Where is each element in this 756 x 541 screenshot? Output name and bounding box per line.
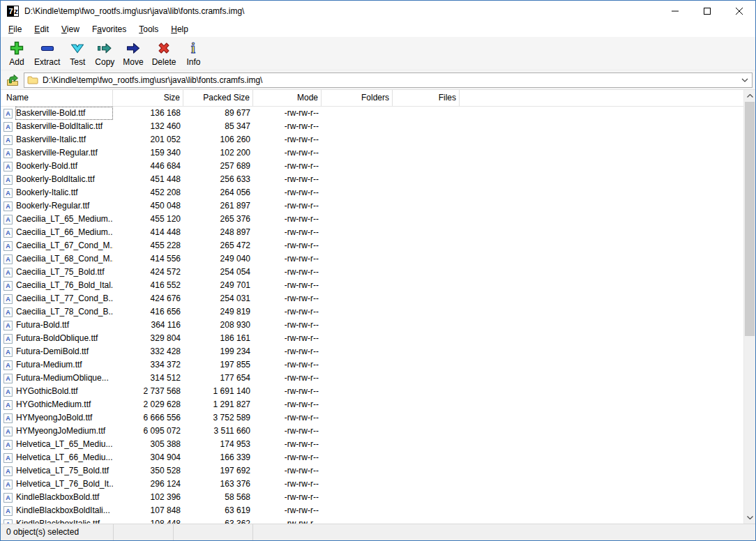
- file-packed-size: 197 855: [183, 358, 253, 372]
- table-row[interactable]: Caecilia_LT_78_Cond_B... 416 656 249 819…: [1, 305, 743, 319]
- table-row[interactable]: KindleBlackboxBoldItali... 107 848 63 61…: [1, 504, 743, 517]
- table-row[interactable]: Bookerly-BoldItalic.ttf 451 448 256 633 …: [1, 173, 743, 186]
- table-row[interactable]: Futura-Medium.ttf 334 372 197 855 -rw-rw…: [1, 358, 743, 372]
- table-row[interactable]: Futura-Bold.ttf 364 116 208 930 -rw-rw-r…: [1, 319, 743, 332]
- table-row[interactable]: Caecilia_LT_77_Cond_B... 424 676 254 031…: [1, 292, 743, 305]
- copy-label: Copy: [95, 57, 114, 67]
- file-size: 424 676: [113, 292, 183, 305]
- font-file-icon: [3, 122, 13, 132]
- address-dropdown-button[interactable]: [739, 78, 750, 82]
- menu-item[interactable]: Tools: [133, 22, 165, 37]
- file-name-cell: HYGothicBold.ttf: [1, 385, 113, 398]
- copy-button[interactable]: Copy: [91, 38, 119, 68]
- table-row[interactable]: Baskerville-BoldItalic.ttf 132 460 85 34…: [1, 120, 743, 133]
- file-name: Helvetica_LT_75_Bold.ttf: [15, 464, 113, 478]
- maximize-icon: [704, 8, 711, 15]
- extract-button[interactable]: Extract: [30, 38, 64, 68]
- file-mode: -rw-rw-r--: [253, 332, 322, 345]
- delete-button[interactable]: Delete: [148, 38, 181, 68]
- address-combobox[interactable]: D:\Kindle\temp\fwo_rootfs.img\usr\java\l…: [24, 73, 753, 88]
- table-row[interactable]: Caecilia_LT_68_Cond_M... 414 556 249 040…: [1, 252, 743, 266]
- table-row[interactable]: Helvetica_LT_75_Bold.ttf 350 528 197 692…: [1, 464, 743, 478]
- table-row[interactable]: Caecilia_LT_65_Medium... 455 120 265 376…: [1, 213, 743, 226]
- menu-item[interactable]: View: [55, 22, 86, 37]
- column-header-files[interactable]: Files: [393, 90, 460, 106]
- table-row[interactable]: Baskerville-Italic.ttf 201 052 106 260 -…: [1, 133, 743, 146]
- menu-item[interactable]: File: [2, 22, 28, 37]
- column-header-size[interactable]: Size: [113, 90, 183, 106]
- vertical-scrollbar[interactable]: [743, 90, 755, 524]
- table-row[interactable]: Futura-BoldOblique.ttf 329 804 186 161 -…: [1, 332, 743, 345]
- column-header-folders[interactable]: Folders: [322, 90, 393, 106]
- file-size: 296 124: [113, 478, 183, 491]
- file-packed-size: 254 031: [183, 292, 253, 305]
- file-size: 350 528: [113, 464, 183, 478]
- menu-item[interactable]: Favorites: [86, 22, 133, 37]
- table-row[interactable]: Helvetica_LT_65_Mediu... 305 388 174 953…: [1, 438, 743, 451]
- delete-label: Delete: [152, 57, 176, 67]
- file-name: Caecilia_LT_66_Medium...: [15, 226, 113, 239]
- file-name-cell: Baskerville-Italic.ttf: [1, 133, 113, 146]
- minimize-button[interactable]: [659, 1, 691, 22]
- file-files: [393, 252, 460, 266]
- menu-item[interactable]: Edit: [28, 22, 55, 37]
- table-row[interactable]: KindleBlackboxItalic.ttf 108 448 63 362 …: [1, 517, 743, 524]
- font-file-icon: [3, 188, 13, 198]
- copy-arrow-icon: [96, 40, 113, 56]
- font-file-icon: [3, 281, 13, 291]
- column-header-mode[interactable]: Mode: [253, 90, 322, 106]
- file-folders: [322, 252, 393, 266]
- scrollbar-thumb[interactable]: [745, 102, 755, 336]
- file-files: [393, 213, 460, 226]
- file-size: 451 448: [113, 173, 183, 186]
- info-button[interactable]: i Info: [180, 38, 206, 68]
- table-row[interactable]: Futura-DemiBold.ttf 332 428 199 234 -rw-…: [1, 345, 743, 358]
- table-row[interactable]: Caecilia_LT_67_Cond_M... 455 228 265 472…: [1, 239, 743, 252]
- scroll-down-button[interactable]: [744, 512, 755, 524]
- table-row[interactable]: HYGothicBold.ttf 2 737 568 1 691 140 -rw…: [1, 385, 743, 398]
- table-row[interactable]: KindleBlackboxBold.ttf 102 396 58 568 -r…: [1, 491, 743, 504]
- menu-item[interactable]: Help: [165, 22, 195, 37]
- file-name: KindleBlackboxBoldItali...: [15, 504, 113, 517]
- table-row[interactable]: Bookerly-Italic.ttf 452 208 264 056 -rw-…: [1, 186, 743, 199]
- file-size: 414 448: [113, 226, 183, 239]
- file-size: 416 656: [113, 305, 183, 319]
- table-row[interactable]: HYMyeongJoBold.ttf 6 666 556 3 752 589 -…: [1, 411, 743, 425]
- file-folders: [322, 133, 393, 146]
- file-files: [393, 146, 460, 160]
- table-row[interactable]: Baskerville-Bold.ttf 136 168 89 677 -rw-…: [1, 107, 743, 120]
- table-row[interactable]: HYMyeongJoMedium.ttf 6 095 072 3 511 660…: [1, 425, 743, 438]
- add-button[interactable]: Add: [3, 38, 30, 68]
- close-button[interactable]: [723, 1, 755, 22]
- table-row[interactable]: Bookerly-Bold.ttf 446 684 257 689 -rw-rw…: [1, 160, 743, 173]
- table-row[interactable]: Helvetica_LT_76_Bold_It... 296 124 163 3…: [1, 478, 743, 491]
- file-mode: -rw-rw-r--: [253, 160, 322, 173]
- font-file-icon: [3, 241, 13, 251]
- file-files: [393, 186, 460, 199]
- table-row[interactable]: Caecilia_LT_75_Bold.ttf 424 572 254 054 …: [1, 266, 743, 279]
- table-row[interactable]: Caecilia_LT_76_Bold_Ital... 416 552 249 …: [1, 279, 743, 292]
- file-name: Futura-DemiBold.ttf: [15, 345, 113, 358]
- file-size: 108 448: [113, 517, 183, 524]
- move-button[interactable]: Move: [119, 38, 147, 68]
- file-folders: [322, 411, 393, 425]
- table-row[interactable]: Baskerville-Regular.ttf 159 340 102 200 …: [1, 146, 743, 160]
- table-row[interactable]: Futura-MediumOblique... 314 512 177 654 …: [1, 372, 743, 385]
- table-row[interactable]: HYGothicMedium.ttf 2 029 628 1 291 827 -…: [1, 398, 743, 411]
- file-mode: -rw-rw-r--: [253, 478, 322, 491]
- maximize-button[interactable]: [691, 1, 723, 22]
- file-folders: [322, 305, 393, 319]
- scroll-up-button[interactable]: [744, 90, 755, 102]
- column-header-packed-size[interactable]: Packed Size: [183, 90, 253, 106]
- add-plus-icon: [8, 40, 25, 56]
- font-file-icon: [3, 519, 13, 524]
- column-header-name[interactable]: Name: [1, 90, 113, 106]
- test-button[interactable]: Test: [64, 38, 91, 68]
- table-row[interactable]: Caecilia_LT_66_Medium... 414 448 248 897…: [1, 226, 743, 239]
- file-name: KindleBlackboxBold.ttf: [15, 491, 113, 504]
- table-row[interactable]: Helvetica_LT_66_Mediu... 304 904 166 339…: [1, 451, 743, 464]
- table-row[interactable]: Bookerly-Regular.ttf 450 048 261 897 -rw…: [1, 199, 743, 213]
- file-mode: -rw-rw-r--: [253, 504, 322, 517]
- parent-folder-button[interactable]: [3, 72, 22, 89]
- font-file-icon: [3, 268, 13, 277]
